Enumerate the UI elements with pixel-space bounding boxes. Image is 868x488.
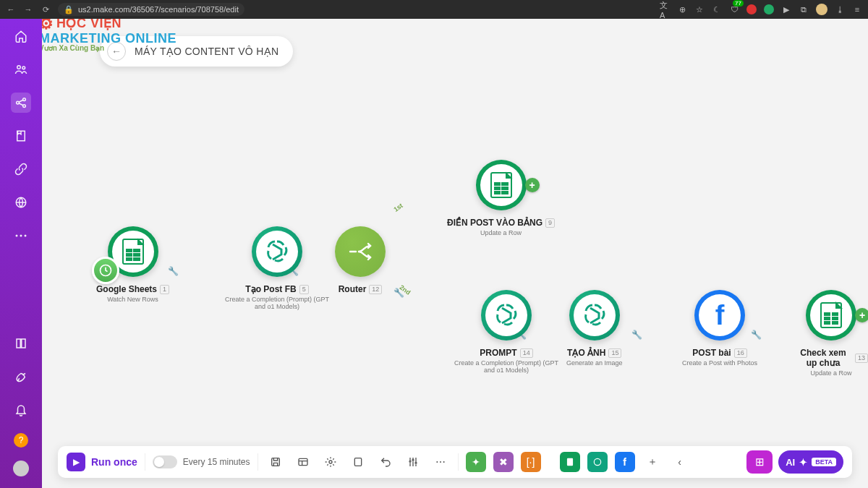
collapse-button[interactable]: ‹ (670, 452, 690, 472)
svg-rect-57 (354, 458, 361, 466)
chip-sheets[interactable] (560, 452, 580, 472)
ext-flag-red-icon[interactable] (746, 4, 757, 14)
node-google-sheets[interactable]: Google Sheets1 Watch New Rows (96, 226, 169, 303)
address-bar[interactable]: 🔒 us2.make.com/365067/scenarios/708758/e… (58, 3, 244, 16)
schedule-control[interactable]: Every 15 minutes (153, 455, 250, 468)
node-title: PROMPT (480, 348, 516, 358)
node-subtitle: Create a Post with Photos (682, 359, 757, 367)
download-icon[interactable]: ⭳ (835, 4, 845, 14)
svg-point-7 (20, 235, 22, 237)
nav-more[interactable] (11, 226, 31, 246)
node-prompt[interactable]: PROMPT14 Create a Completion (Prompt) (G… (448, 290, 564, 374)
nav-forward-icon[interactable]: → (23, 4, 33, 14)
nav-webhooks[interactable] (11, 192, 31, 213)
router-icon (335, 226, 386, 277)
translate-icon[interactable]: 文A (660, 4, 670, 14)
play-icon: ▶ (67, 453, 85, 471)
moon-icon[interactable]: ☾ (712, 4, 722, 14)
bottom-toolbar: ▶ Run once Every 15 minutes ⋯ ✦ ✖ [·] f (58, 446, 852, 478)
node-subtitle: Generate an Image (566, 359, 623, 367)
node-subtitle: Update a Row (810, 369, 851, 377)
svg-point-0 (17, 66, 21, 69)
play-ext-icon[interactable]: ▶ (781, 4, 791, 14)
zoom-icon[interactable]: ⊕ (677, 4, 687, 14)
wrench-icon[interactable]: 🔧 (168, 266, 179, 276)
nav-user-avatar[interactable] (13, 461, 29, 476)
chip-facebook[interactable]: f (615, 452, 635, 472)
node-title: Check xem up chưa (794, 348, 852, 368)
nav-templates[interactable] (11, 126, 31, 146)
svg-point-56 (329, 461, 332, 463)
node-tao-post-fb[interactable]: Tạo Post FB5 Create a Completion (Prompt… (219, 226, 335, 310)
star-icon[interactable]: ☆ (694, 4, 705, 14)
node-title: POST bài (692, 348, 731, 358)
browser-chrome-bar: ← → ⟳ 🔒 us2.make.com/365067/scenarios/70… (0, 0, 868, 19)
notes-button[interactable] (348, 452, 368, 472)
nav-connections[interactable] (11, 159, 31, 179)
node-subtitle: Update a Row (480, 229, 522, 236)
schedule-toggle[interactable] (153, 455, 177, 468)
node-index: 5 (299, 285, 309, 294)
chip-http[interactable]: [·] (521, 452, 541, 472)
nav-docs[interactable] (11, 333, 31, 354)
nav-rocket[interactable] (11, 367, 31, 387)
sheets-icon (820, 302, 842, 328)
sheets-icon (490, 172, 512, 198)
node-index: 13 (855, 354, 868, 363)
wrench-icon[interactable]: 🔧 (631, 330, 642, 340)
node-title: Router (339, 284, 367, 294)
facebook-icon: f (715, 300, 725, 331)
nav-reload-icon[interactable]: ⟳ (41, 4, 51, 14)
node-dien-post-vao-bang[interactable]: + ĐIỀN POST VÀO BẢNG9 Update a Row (447, 160, 555, 236)
svg-rect-54 (271, 458, 279, 466)
wrench-icon[interactable]: 🔧 (393, 288, 404, 298)
openai-icon (492, 301, 521, 330)
chip-flow[interactable]: ✖ (493, 452, 514, 472)
menu-icon[interactable]: ≡ (852, 4, 862, 14)
node-router[interactable]: Router12 (335, 226, 386, 294)
add-module-button[interactable]: ＋ (642, 452, 663, 472)
more-button[interactable]: ⋯ (430, 452, 451, 472)
svg-point-60 (415, 462, 417, 463)
undo-button[interactable] (375, 452, 396, 472)
layout-button[interactable] (293, 452, 313, 472)
plus-badge-icon[interactable]: + (525, 178, 540, 192)
chip-openai[interactable] (587, 452, 608, 472)
openai-icon (580, 301, 609, 330)
watermark-logo: ⚙HỌC VIỆN MARKETING ONLINE Vươn Xa Cùng … (42, 19, 176, 52)
auto-align-button[interactable] (403, 452, 423, 472)
node-index: 12 (369, 285, 382, 294)
node-subtitle: Create a Completion (Prompt) (GPT and o1… (219, 296, 335, 310)
openai-icon (263, 237, 292, 266)
node-index: 15 (608, 348, 621, 358)
app-sidebar: ? (0, 19, 42, 488)
settings-button[interactable] (320, 452, 341, 472)
node-post-bai[interactable]: f POST bài16 Create a Post with Photos (682, 290, 757, 367)
apps-grid-button[interactable]: ⊞ (746, 450, 773, 474)
node-title: TẠO ẢNH (567, 348, 605, 358)
nav-team[interactable] (11, 59, 31, 80)
nav-notifications[interactable] (11, 400, 31, 420)
node-title: ĐIỀN POST VÀO BẢNG (447, 218, 542, 228)
node-check-xem-up-chua[interactable]: + Check xem up chưa13 Update a Row (794, 290, 868, 377)
profile-avatar-icon[interactable] (816, 4, 827, 15)
beta-badge: BETA (812, 458, 836, 466)
nav-help[interactable]: ? (14, 433, 28, 448)
ext-flag-green-icon[interactable] (764, 4, 774, 14)
nav-scenarios[interactable] (11, 93, 31, 113)
nav-back-icon[interactable]: ← (6, 4, 16, 14)
svg-point-6 (16, 235, 18, 237)
plus-badge-icon[interactable]: + (855, 308, 868, 322)
bookmark-icon[interactable]: ⧉ (799, 4, 809, 14)
scenario-canvas[interactable]: ⚙HỌC VIỆN MARKETING ONLINE Vươn Xa Cùng … (42, 19, 868, 488)
sparkle-icon: ✦ (799, 457, 807, 468)
nav-home[interactable] (11, 26, 31, 46)
node-tao-anh[interactable]: TẠO ẢNH15 Generate an Image (566, 290, 623, 367)
run-once-button[interactable]: ▶ Run once (67, 453, 137, 471)
schedule-label: Every 15 minutes (183, 457, 250, 467)
node-title: Tạo Post FB (245, 284, 296, 294)
chip-tools[interactable]: ✦ (466, 452, 486, 472)
shield-icon[interactable]: 🛡77 (729, 4, 739, 14)
ai-button[interactable]: AI ✦ BETA (778, 450, 843, 474)
save-button[interactable] (265, 452, 286, 472)
